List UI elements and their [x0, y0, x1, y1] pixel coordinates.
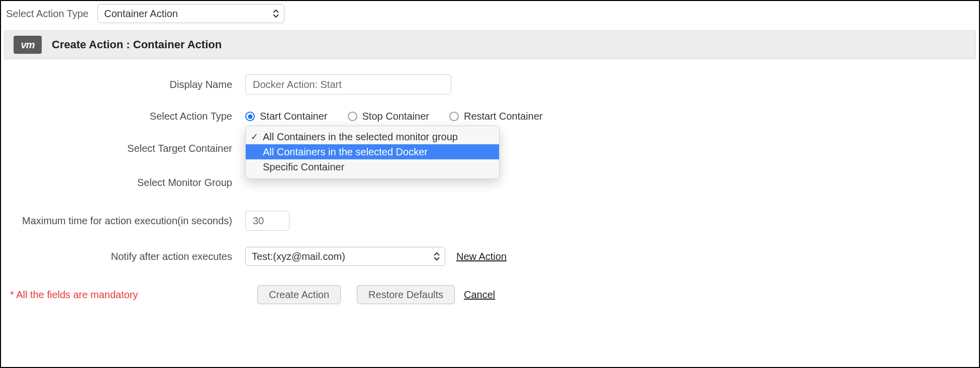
select-action-type-dropdown[interactable]: Container Action [97, 4, 284, 23]
target-option-2-label: Specific Container [263, 161, 344, 173]
create-action-label: Create Action [269, 289, 329, 301]
target-option-1[interactable]: All Containers in the selected Docker [246, 144, 499, 159]
target-option-0[interactable]: All Containers in the selected monitor g… [246, 129, 499, 144]
select-action-type-value: Container Action [104, 8, 178, 20]
target-container-label: Select Target Container [4, 143, 245, 154]
chevron-updown-icon [273, 9, 279, 18]
target-container-dropdown-popup[interactable]: All Containers in the selected monitor g… [245, 126, 500, 179]
radio-unchecked-icon [348, 112, 357, 121]
monitor-group-label: Select Monitor Group [4, 177, 245, 189]
vm-icon-text: vm [21, 39, 35, 51]
create-action-button[interactable]: Create Action [257, 285, 341, 304]
row-max-time: Maximum time for action execution(in sec… [4, 211, 976, 231]
chevron-updown-icon [434, 252, 440, 261]
row-actions: * All the fields are mandatory Create Ac… [4, 285, 976, 304]
vm-icon: vm [14, 36, 42, 54]
page-title: Create Action : Container Action [52, 38, 222, 51]
radio-start-container[interactable]: Start Container [245, 111, 328, 122]
display-name-label: Display Name [4, 79, 245, 90]
row-display-name: Display Name [4, 74, 976, 95]
radio-start-label: Start Container [260, 111, 328, 122]
max-time-label: Maximum time for action execution(in sec… [4, 215, 245, 227]
restore-defaults-label: Restore Defaults [368, 289, 443, 301]
radio-restart-container[interactable]: Restart Container [449, 111, 543, 122]
notify-value: Test:(xyz@mail.com) [252, 251, 345, 262]
mandatory-note: * All the fields are mandatory [9, 289, 250, 301]
form-body: Display Name Select Action Type Start Co… [4, 74, 976, 307]
target-option-2[interactable]: Specific Container [246, 159, 499, 174]
notify-label: Notify after action executes [4, 251, 245, 262]
new-action-link[interactable]: New Action [456, 251, 507, 262]
radio-restart-label: Restart Container [464, 111, 543, 122]
radio-unchecked-icon [449, 112, 459, 121]
select-action-type-label: Select Action Type [6, 8, 88, 20]
top-row: Select Action Type Container Action [4, 3, 976, 27]
row-action-type: Select Action Type Start Container Stop … [4, 111, 976, 122]
action-type-label: Select Action Type [4, 111, 245, 122]
cancel-link[interactable]: Cancel [464, 289, 495, 301]
radio-stop-container[interactable]: Stop Container [348, 111, 429, 122]
target-option-1-label: All Containers in the selected Docker [263, 146, 428, 158]
row-notify: Notify after action executes Test:(xyz@m… [4, 247, 976, 266]
radio-checked-icon [245, 112, 255, 121]
target-option-0-label: All Containers in the selected monitor g… [263, 131, 458, 143]
max-time-input[interactable] [245, 211, 289, 231]
page: Select Action Type Container Action vm C… [0, 0, 980, 368]
notify-dropdown[interactable]: Test:(xyz@mail.com) [245, 247, 445, 266]
display-name-input[interactable] [245, 74, 451, 95]
form-header: vm Create Action : Container Action [4, 30, 976, 59]
radio-stop-label: Stop Container [362, 111, 429, 122]
restore-defaults-button[interactable]: Restore Defaults [357, 285, 455, 304]
